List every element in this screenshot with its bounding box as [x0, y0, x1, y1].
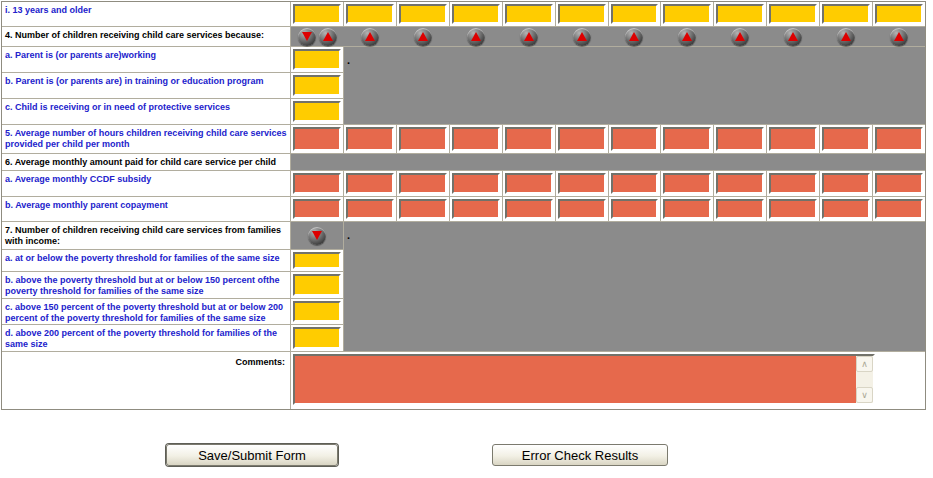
numeric-input[interactable] — [822, 4, 870, 24]
numeric-input[interactable] — [611, 199, 659, 219]
arrow-up-icon[interactable] — [625, 28, 643, 46]
label-13-years-and-older: i. 13 years and older — [2, 2, 290, 26]
numeric-input[interactable] — [716, 199, 764, 219]
numeric-input[interactable] — [611, 173, 659, 194]
input-cell — [556, 171, 608, 196]
numeric-input[interactable] — [452, 4, 500, 24]
icon-strip-segment — [872, 28, 925, 46]
numeric-input[interactable] — [822, 199, 870, 219]
input-cell — [344, 171, 396, 196]
icon-strip-segment — [714, 28, 767, 46]
comments-textarea[interactable] — [295, 356, 856, 403]
numeric-input[interactable] — [293, 274, 341, 296]
numeric-input[interactable] — [293, 301, 341, 322]
numeric-input[interactable] — [558, 199, 606, 219]
numeric-input[interactable] — [716, 173, 764, 194]
numeric-input[interactable] — [346, 173, 394, 194]
numeric-input[interactable] — [293, 4, 341, 24]
numeric-input[interactable] — [505, 199, 553, 219]
acf-form-table: i. 13 years and older 4. Number of child… — [1, 1, 926, 410]
numeric-input[interactable] — [611, 127, 659, 151]
numeric-input[interactable] — [293, 75, 341, 96]
numeric-input[interactable] — [875, 199, 923, 219]
numeric-input[interactable] — [399, 4, 447, 24]
numeric-input[interactable] — [293, 101, 341, 122]
numeric-input[interactable] — [452, 173, 500, 194]
numeric-input[interactable] — [346, 127, 394, 151]
label-parent-working: a. Parent is (or parents are)working — [2, 47, 290, 72]
numeric-input[interactable] — [769, 127, 817, 151]
numeric-input[interactable] — [293, 199, 341, 219]
numeric-input[interactable] — [663, 4, 711, 24]
arrow-up-icon[interactable] — [520, 28, 538, 46]
numeric-input[interactable] — [769, 199, 817, 219]
arrow-up-icon[interactable] — [467, 28, 485, 46]
disabled-gray-area: . — [344, 222, 925, 351]
input-cell — [820, 2, 872, 26]
numeric-input[interactable] — [505, 4, 553, 24]
scrollbar-down-icon[interactable]: ∨ — [856, 387, 873, 403]
numeric-input[interactable] — [558, 127, 606, 151]
numeric-input[interactable] — [452, 127, 500, 151]
numeric-input[interactable] — [452, 199, 500, 219]
input-cell — [397, 171, 449, 196]
numeric-input[interactable] — [663, 199, 711, 219]
numeric-input[interactable] — [399, 199, 447, 219]
numeric-input[interactable] — [769, 4, 817, 24]
scrollbar-up-icon[interactable]: ∧ — [856, 356, 873, 372]
red-triangle-up — [629, 32, 639, 41]
input-cell — [291, 272, 343, 298]
input-cell — [503, 171, 555, 196]
arrow-up-icon[interactable] — [319, 28, 337, 46]
numeric-input[interactable] — [505, 173, 553, 194]
numeric-input[interactable] — [611, 4, 659, 24]
numeric-input[interactable] — [293, 327, 341, 349]
numeric-input[interactable] — [293, 252, 341, 269]
numeric-input[interactable] — [875, 127, 923, 151]
red-triangle-up — [418, 32, 428, 41]
arrow-up-icon[interactable] — [731, 28, 749, 46]
icon-strip-segment — [555, 28, 608, 46]
arrow-up-icon[interactable] — [573, 28, 591, 46]
arrow-up-icon[interactable] — [837, 28, 855, 46]
label-income-a: a. at or below the poverty threshold for… — [2, 250, 290, 271]
arrow-up-icon[interactable] — [414, 28, 432, 46]
question4-icon-strip — [291, 27, 925, 46]
numeric-input[interactable] — [716, 4, 764, 24]
input-cell — [820, 125, 872, 153]
red-triangle-up — [735, 32, 745, 41]
numeric-input[interactable] — [346, 4, 394, 24]
numeric-input[interactable] — [399, 173, 447, 194]
arrow-up-icon[interactable] — [784, 28, 802, 46]
error-check-button[interactable]: Error Check Results — [492, 444, 668, 466]
numeric-input[interactable] — [822, 173, 870, 194]
numeric-input[interactable] — [663, 173, 711, 194]
save-submit-button[interactable]: Save/Submit Form — [166, 444, 338, 466]
numeric-input[interactable] — [293, 173, 341, 194]
numeric-input[interactable] — [663, 127, 711, 151]
numeric-input[interactable] — [558, 4, 606, 24]
numeric-input[interactable] — [505, 127, 553, 151]
numeric-input[interactable] — [293, 49, 341, 70]
numeric-input[interactable] — [399, 127, 447, 151]
arrow-up-icon[interactable] — [361, 28, 379, 46]
question7-icon-cell — [291, 222, 343, 249]
input-cell — [767, 171, 819, 196]
input-cell — [873, 197, 925, 221]
numeric-input[interactable] — [293, 127, 341, 151]
numeric-input[interactable] — [716, 127, 764, 151]
arrow-down-icon[interactable] — [308, 227, 326, 245]
arrow-up-icon[interactable] — [890, 28, 908, 46]
numeric-input[interactable] — [875, 173, 923, 194]
scrollbar-track[interactable]: ∧ ∨ — [856, 356, 873, 403]
input-cell — [609, 171, 661, 196]
numeric-input[interactable] — [346, 199, 394, 219]
arrow-up-icon[interactable] — [678, 28, 696, 46]
numeric-input[interactable] — [822, 127, 870, 151]
input-cell — [714, 197, 766, 221]
arrow-down-icon[interactable] — [298, 28, 316, 46]
numeric-input[interactable] — [875, 4, 923, 24]
numeric-input[interactable] — [558, 173, 606, 194]
icon-strip-segment — [344, 28, 397, 46]
numeric-input[interactable] — [769, 173, 817, 194]
